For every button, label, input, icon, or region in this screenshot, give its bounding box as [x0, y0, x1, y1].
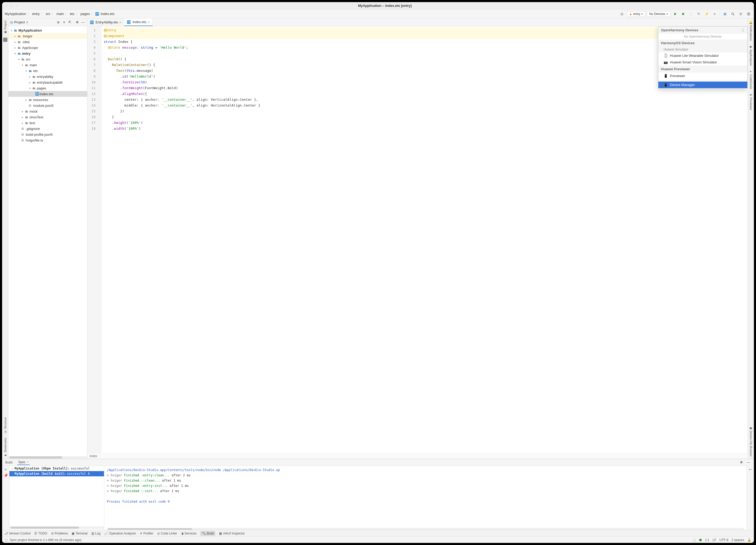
breadcrumb-item[interactable]: entry	[32, 11, 40, 16]
readonly-lock-icon[interactable]: 🔓	[747, 538, 751, 542]
close-tab-icon[interactable]: ×	[148, 20, 150, 24]
panel-settings-icon[interactable]: ✻	[74, 20, 80, 25]
debug-button[interactable]	[680, 11, 686, 17]
tree-item-test[interactable]: ▸🖿test	[8, 120, 87, 126]
editor-tab-index[interactable]: Index.ets ×	[124, 18, 153, 26]
run-button[interactable]	[672, 11, 678, 17]
device-selector[interactable]: No Devices▾	[647, 11, 670, 17]
build-tool[interactable]: 🔨Build	[200, 531, 216, 536]
tree-item-entrybackup[interactable]: ▸🖿entrybackupabilit	[8, 79, 87, 85]
tree-item-buildprofile[interactable]: ⚙build-profile.json5	[8, 132, 87, 137]
close-icon[interactable]: ×	[26, 460, 29, 464]
tree-item-mock[interactable]: ▸🖿mock	[8, 108, 87, 114]
todo-tool[interactable]: ☰TODO	[34, 532, 47, 535]
operation-analyzer-tool[interactable]: 📈Operation Analyzer	[104, 532, 136, 535]
tree-item-main[interactable]: ▾🖿main	[8, 62, 87, 68]
line-separator[interactable]: LF	[713, 538, 716, 542]
encoding[interactable]: UTF-8	[719, 538, 728, 542]
close-tab-icon[interactable]: ×	[119, 20, 121, 24]
user-icon[interactable]	[745, 11, 752, 17]
build-task-row-selected[interactable]: ✓MyApplication [build init]: successful …	[9, 471, 104, 476]
git-status-icon[interactable]: ⬚	[693, 538, 696, 542]
build-task-row[interactable]: ✓MyApplication [Ohpm Install]: successfu…	[9, 466, 104, 471]
select-opened-icon[interactable]: ⊕	[56, 20, 61, 25]
ai-tool-icon[interactable]: ▣	[722, 11, 728, 17]
appanalyzer-tool-tab[interactable]: ◉AppAnalyzer	[749, 43, 753, 68]
stop-square-icon[interactable]: ■	[5, 467, 7, 471]
device-vision-sim[interactable]: 📷Huawei Smart Vision Simulator	[658, 59, 747, 66]
tree-item-ohostest[interactable]: ▸🖿ohosTest	[8, 114, 87, 120]
bookmarks-tool-tab[interactable]: ⚑Bookmarks	[3, 436, 7, 459]
popup-more-icon[interactable]: ⋮	[741, 28, 745, 32]
tree-item-gitignore[interactable]: ⚙.gitignore	[8, 126, 87, 132]
vcs-tool[interactable]: ⎇Version Control	[4, 532, 31, 535]
build-hide-icon[interactable]: —	[745, 459, 752, 466]
tree-item-root[interactable]: ▾🖿MyApplication	[8, 27, 87, 33]
project-tool-tab[interactable]: ▣Project	[3, 18, 7, 36]
rerun-button[interactable]: ↻	[696, 11, 702, 17]
editor-tab-entryability[interactable]: EntryAbility.ets ×	[87, 18, 124, 26]
project-scrollbar[interactable]	[8, 456, 87, 459]
tree-item-appscope[interactable]: ▸🖿AppScope	[8, 45, 87, 51]
project-tree[interactable]: ▾🖿MyApplication ▸🖿.hvigor ▸🖿.idea ▸🖿AppS…	[8, 26, 87, 456]
breadcrumb-item[interactable]: Index.ets	[100, 11, 115, 16]
search-icon[interactable]	[730, 11, 736, 17]
editor-body[interactable]: ✓ 123456789101112131415161718 @Entry@Com…	[87, 26, 748, 453]
structure-tool-tab[interactable]: ☰Structure	[3, 415, 7, 436]
build-settings-icon[interactable]: ✻	[738, 459, 744, 466]
build-task-tree[interactable]: ✓MyApplication [Ohpm Install]: successfu…	[9, 466, 104, 530]
editor-breadcrumb[interactable]: Index〉	[87, 453, 748, 459]
pin-icon[interactable]: 📌	[4, 473, 8, 477]
console-scrollbar[interactable]	[107, 528, 744, 530]
coverage-button[interactable]: ⬚	[688, 11, 694, 17]
tree-item-hvigorfile[interactable]: ⚙hvigorfile.ts	[8, 137, 87, 143]
soft-wrap-icon[interactable]: ↩	[749, 467, 752, 471]
breadcrumb-item[interactable]: pages	[80, 11, 90, 16]
tree-item-entryability[interactable]: ▸🖿entryability	[8, 74, 87, 79]
tree-item-resources[interactable]: ▸🖿resources	[8, 97, 87, 103]
indent[interactable]: 2 spaces	[732, 538, 744, 542]
target-icon[interactable]: ◎	[619, 11, 625, 17]
ttent[interactable]: ▾🖿entry	[8, 51, 87, 56]
tree-item-indexets[interactable]: Index.ets	[8, 91, 87, 97]
hot-reload-button[interactable]: ⚡	[704, 11, 710, 17]
build-console[interactable]: /Applications/DevEco-Studio.app/Contents…	[104, 466, 747, 530]
build-tree-scrollbar[interactable]	[9, 526, 104, 529]
device-previewer[interactable]: 📱Previewer	[658, 73, 747, 79]
device-file-browser-tab[interactable]: ▣Device File Browser	[749, 424, 753, 459]
breadcrumb-item[interactable]: MyApplication	[4, 11, 27, 16]
code-editor[interactable]: @Entry@Componentstruct Index { @State me…	[102, 26, 748, 453]
panel-hide-icon[interactable]: —	[80, 20, 86, 25]
tree-item-ets[interactable]: ▾🖿ets	[8, 68, 87, 74]
window-minimize-button[interactable]	[10, 4, 13, 7]
profiler-tool[interactable]: ✈Profiler	[140, 532, 153, 535]
terminal-tool[interactable]: ▣Terminal	[72, 532, 87, 535]
problems-tool[interactable]: ⊘Problems	[51, 532, 68, 535]
sync-tab[interactable]: Sync ×	[17, 460, 30, 465]
log-tool[interactable]: ▤Log	[91, 532, 101, 535]
window-close-button[interactable]	[5, 4, 8, 7]
expand-all-icon[interactable]: ≡	[62, 20, 67, 25]
device-manager-item[interactable]: 📱Device Manager	[658, 82, 747, 88]
device-wearable-sim[interactable]: ⌚Huawei Lite Wearable Simulator	[658, 52, 747, 59]
fold-gutter[interactable]	[98, 26, 102, 453]
services-tool[interactable]: ◑Services	[181, 532, 197, 535]
run-config-selector[interactable]: ▲entry▾	[627, 11, 645, 17]
status-indicator[interactable]	[699, 539, 702, 541]
status-icon[interactable]: ▢	[5, 538, 8, 542]
collapse-all-icon[interactable]: ⇱	[67, 20, 73, 25]
codegenie-tool-tab[interactable]: ✦CodeGenie	[749, 68, 753, 91]
tree-item-src[interactable]: ▾🖿src	[8, 56, 87, 62]
tree-item-hvigor[interactable]: ▸🖿.hvigor	[8, 33, 87, 39]
tree-item-idea[interactable]: ▸🖿.idea	[8, 39, 87, 45]
arkui-inspector-tool[interactable]: ▦ArkUI Inspector	[219, 532, 245, 535]
breadcrumb-item[interactable]: main	[56, 11, 64, 16]
breadcrumb-item[interactable]: ets	[69, 11, 75, 16]
cursor-position[interactable]: 1:1	[705, 538, 709, 542]
code-linter-tool[interactable]: ◎Code Linter	[157, 532, 177, 535]
notifications-tool-tab[interactable]: 🔔Notifications	[749, 18, 753, 43]
stop-button[interactable]: ■	[712, 11, 718, 17]
breadcrumb-item[interactable]: src	[45, 11, 51, 16]
commit-tool-icon[interactable]	[3, 38, 7, 42]
tree-item-modulejson[interactable]: ⚙module.json5	[8, 103, 87, 108]
